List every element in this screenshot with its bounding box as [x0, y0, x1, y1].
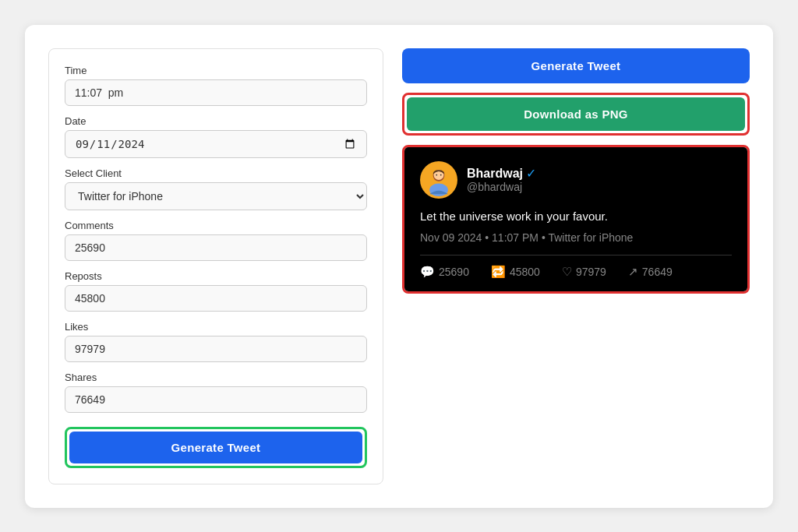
- shares-label: Shares: [65, 372, 367, 383]
- comments-count: 25690: [439, 266, 469, 278]
- share-icon: ↗: [628, 265, 638, 279]
- tweet-header: Bhardwaj ✓ @bhardwaj: [420, 161, 732, 199]
- likes-input[interactable]: [65, 336, 367, 362]
- svg-point-5: [440, 174, 442, 175]
- heart-icon: ♡: [562, 265, 572, 279]
- stat-likes: ♡ 97979: [562, 265, 606, 279]
- reposts-count: 45800: [510, 266, 540, 278]
- svg-point-4: [436, 174, 437, 175]
- generate-tweet-button-left[interactable]: Generate Tweet: [69, 432, 362, 463]
- client-field-group: Select Client Twitter for iPhone Twitter…: [65, 167, 367, 210]
- shares-field-group: Shares: [65, 372, 367, 413]
- tweet-handle: @bhardwaj: [467, 181, 536, 193]
- tweet-preview: Bhardwaj ✓ @bhardwaj Let the universe wo…: [404, 147, 747, 292]
- download-png-button[interactable]: Download as PNG: [407, 97, 745, 131]
- reposts-input[interactable]: [65, 285, 367, 312]
- time-input[interactable]: [65, 79, 367, 106]
- date-label: Date: [65, 115, 367, 127]
- tweet-stats: 💬 25690 🔁 45800 ♡ 97979 ↗ 76649: [420, 255, 732, 279]
- comments-field-group: Comments: [65, 220, 367, 261]
- comments-input[interactable]: [65, 234, 367, 261]
- tweet-username-row: Bhardwaj ✓: [467, 166, 536, 181]
- comment-icon: 💬: [420, 265, 435, 279]
- stat-reposts: 🔁 45800: [491, 265, 540, 279]
- avatar: [420, 161, 457, 199]
- date-field-group: Date: [65, 115, 367, 158]
- client-label: Select Client: [65, 167, 367, 179]
- time-field-group: Time: [65, 65, 367, 106]
- reposts-label: Reposts: [65, 270, 367, 282]
- left-panel: Time Date Select Client Twitter for iPho…: [48, 48, 383, 484]
- shares-input[interactable]: [65, 386, 367, 413]
- generate-tweet-button-top[interactable]: Generate Tweet: [402, 48, 750, 83]
- repost-icon: 🔁: [491, 265, 506, 279]
- tweet-meta: Nov 09 2024 • 11:07 PM • Twitter for iPh…: [420, 231, 732, 244]
- tweet-preview-wrapper: Bhardwaj ✓ @bhardwaj Let the universe wo…: [402, 145, 750, 294]
- tweet-content: Let the universe work in your favour.: [420, 208, 732, 226]
- right-panel: Generate Tweet Download as PNG: [402, 48, 750, 484]
- download-btn-wrapper: Download as PNG: [402, 93, 750, 136]
- shares-count: 76649: [642, 266, 673, 278]
- date-input[interactable]: [65, 130, 367, 158]
- verified-icon: ✓: [526, 166, 536, 181]
- likes-label: Likes: [65, 321, 367, 333]
- generate-btn-wrapper: Generate Tweet: [65, 427, 367, 468]
- comments-label: Comments: [65, 220, 367, 231]
- stat-comments: 💬 25690: [420, 265, 469, 279]
- reposts-field-group: Reposts: [65, 270, 367, 312]
- app-container: Time Date Select Client Twitter for iPho…: [25, 25, 773, 508]
- time-label: Time: [65, 65, 367, 76]
- tweet-user-info: Bhardwaj ✓ @bhardwaj: [467, 166, 536, 193]
- tweet-username: Bhardwaj: [467, 167, 523, 181]
- client-select[interactable]: Twitter for iPhone Twitter for Android T…: [65, 182, 367, 210]
- likes-count: 97979: [576, 266, 606, 278]
- likes-field-group: Likes: [65, 321, 367, 362]
- svg-point-2: [429, 183, 448, 196]
- stat-shares: ↗ 76649: [628, 265, 673, 279]
